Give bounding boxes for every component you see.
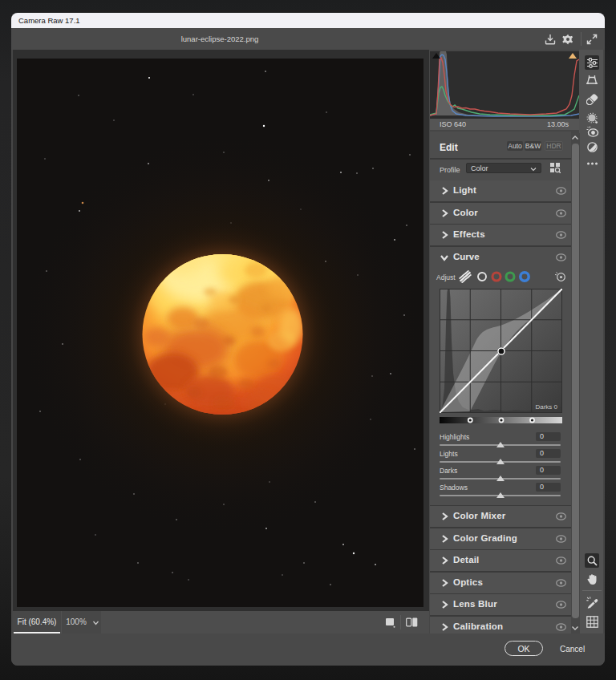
svg-text:Darks 0: Darks 0 [535, 403, 557, 411]
